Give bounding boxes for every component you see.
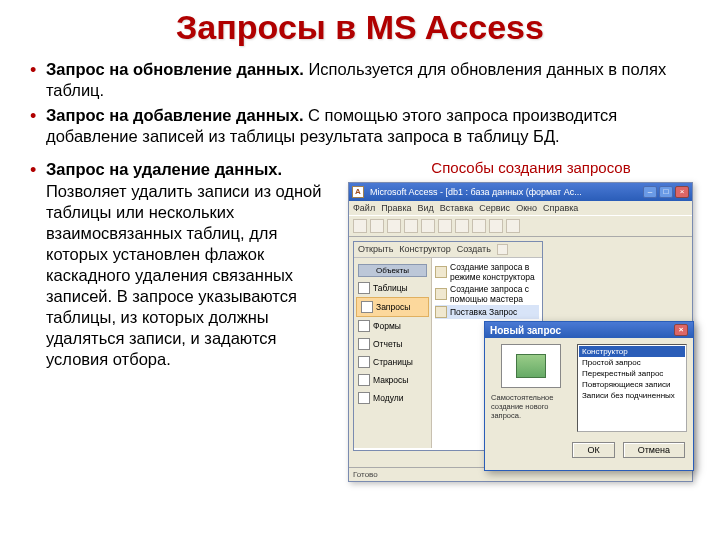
nav-modules[interactable]: Модули: [354, 389, 431, 407]
opt-label: Создание запроса с помощью мастера: [450, 284, 539, 304]
methods-subtitle: Способы создания запросов: [348, 159, 714, 176]
top-bullet-list: Запрос на обновление данных. Используетс…: [0, 59, 720, 147]
query-icon: [435, 306, 447, 318]
nav-reports[interactable]: Отчеты: [354, 335, 431, 353]
dialog-titlebar: Новый запрос ×: [485, 322, 693, 338]
close-button[interactable]: ×: [675, 186, 689, 198]
nav-pages-label: Страницы: [373, 357, 413, 367]
menu-help[interactable]: Справка: [543, 203, 578, 213]
minimize-button[interactable]: –: [643, 186, 657, 198]
nav-tables-label: Таблицы: [373, 283, 408, 293]
toolbar-icon[interactable]: [489, 219, 503, 233]
main-window-title: Microsoft Access - [db1 : база данных (ф…: [370, 183, 582, 201]
nav-tables[interactable]: Таблицы: [354, 279, 431, 297]
toolbar-icon[interactable]: [421, 219, 435, 233]
dialog-title: Новый запрос: [490, 325, 561, 336]
bullet-delete-rest: Позволяет удалить записи из одной таблиц…: [46, 182, 322, 369]
toolbar-icon[interactable]: [353, 219, 367, 233]
bullet-delete-bold: Запрос на удаление данных.: [46, 160, 282, 178]
toolbar-icon[interactable]: [472, 219, 486, 233]
list-item-crosstab[interactable]: Перекрестный запрос: [579, 368, 685, 379]
right-column: Способы создания запросов A Microsoft Ac…: [348, 159, 714, 482]
table-icon: [358, 282, 370, 294]
nav-forms[interactable]: Формы: [354, 317, 431, 335]
module-icon: [358, 392, 370, 404]
macro-icon: [358, 374, 370, 386]
db-open-button[interactable]: Открыть: [358, 244, 393, 255]
cancel-button[interactable]: Отмена: [623, 442, 685, 458]
list-item-simple[interactable]: Простой запрос: [579, 357, 685, 368]
access-app-icon: A: [352, 186, 364, 198]
list-item-duplicates[interactable]: Повторяющиеся записи: [579, 379, 685, 390]
menu-bar: Файл Правка Вид Вставка Сервис Окно Спра…: [349, 201, 692, 215]
objects-header: Объекты: [358, 264, 427, 277]
toolbar-icon[interactable]: [404, 219, 418, 233]
bullet-append: Запрос на добавление данных. С помощью э…: [30, 105, 706, 147]
toolbar-icon[interactable]: [438, 219, 452, 233]
nav-macros-label: Макросы: [373, 375, 408, 385]
opt-label: Поставка Запрос: [450, 307, 517, 317]
query-icon: [361, 301, 373, 313]
page-title: Запросы в MS Access: [0, 8, 720, 47]
bullet-append-bold: Запрос на добавление данных.: [46, 106, 304, 124]
bullet-delete: Запрос на удаление данных. Позволяет уда…: [30, 159, 340, 370]
toolbar-icon[interactable]: [455, 219, 469, 233]
maximize-button[interactable]: □: [659, 186, 673, 198]
toolbar-icon[interactable]: [506, 219, 520, 233]
db-new-button[interactable]: Создать: [457, 244, 491, 255]
objects-nav: Объекты Таблицы Запросы Формы Отчеты Стр…: [354, 258, 432, 448]
page-icon: [358, 356, 370, 368]
menu-window[interactable]: Окно: [516, 203, 537, 213]
supply-query[interactable]: Поставка Запрос: [435, 305, 539, 319]
report-icon: [358, 338, 370, 350]
nav-modules-label: Модули: [373, 393, 403, 403]
nav-macros[interactable]: Макросы: [354, 371, 431, 389]
new-query-dialog: Новый запрос × Самостоятельное создание …: [484, 321, 694, 471]
wizard-icon: [435, 288, 447, 300]
left-column: Запрос на удаление данных. Позволяет уда…: [30, 159, 340, 482]
nav-queries-label: Запросы: [376, 302, 410, 312]
nav-pages[interactable]: Страницы: [354, 353, 431, 371]
form-icon: [358, 320, 370, 332]
wizard-icon: [435, 266, 447, 278]
create-query-wizard[interactable]: Создание запроса с помощью мастера: [435, 283, 539, 305]
list-item-unmatched[interactable]: Записи без подчиненных: [579, 390, 685, 401]
dialog-preview-image: [501, 344, 561, 388]
access-main-window: A Microsoft Access - [db1 : база данных …: [348, 182, 693, 482]
ok-button[interactable]: ОК: [572, 442, 614, 458]
main-titlebar: A Microsoft Access - [db1 : база данных …: [349, 183, 692, 201]
menu-insert[interactable]: Вставка: [440, 203, 473, 213]
menu-tools[interactable]: Сервис: [479, 203, 510, 213]
main-toolbar: [349, 215, 692, 237]
nav-queries[interactable]: Запросы: [356, 297, 429, 317]
menu-view[interactable]: Вид: [418, 203, 434, 213]
list-item-constructor[interactable]: Конструктор: [579, 346, 685, 357]
bullet-update: Запрос на обновление данных. Используетс…: [30, 59, 706, 101]
nav-reports-label: Отчеты: [373, 339, 402, 349]
toolbar-icon[interactable]: [370, 219, 384, 233]
dialog-description: Самостоятельное создание нового запроса.: [491, 394, 571, 420]
toolbar-icon[interactable]: [387, 219, 401, 233]
bullet-update-bold: Запрос на обновление данных.: [46, 60, 304, 78]
opt-label: Создание запроса в режиме конструктора: [450, 262, 539, 282]
db-toolbar-icon[interactable]: [497, 244, 508, 255]
menu-edit[interactable]: Правка: [381, 203, 411, 213]
nav-forms-label: Формы: [373, 321, 401, 331]
db-design-button[interactable]: Конструктор: [399, 244, 450, 255]
create-query-design[interactable]: Создание запроса в режиме конструктора: [435, 261, 539, 283]
dialog-type-list[interactable]: Конструктор Простой запрос Перекрестный …: [577, 344, 687, 432]
db-toolbar: Открыть Конструктор Создать: [354, 242, 542, 258]
dialog-close-button[interactable]: ×: [674, 324, 688, 336]
menu-file[interactable]: Файл: [353, 203, 375, 213]
